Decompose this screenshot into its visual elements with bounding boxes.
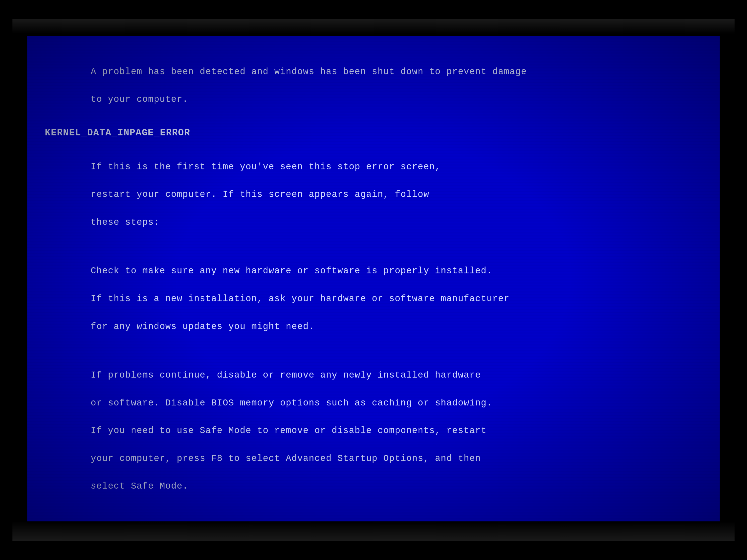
intro-line1: A problem has been detected and windows … <box>91 67 526 77</box>
bsod-content: A problem has been detected and windows … <box>45 51 702 524</box>
para3-line3: If you need to use Safe Mode to remove o… <box>91 426 487 436</box>
para3-line5: select Safe Mode. <box>91 481 188 491</box>
para3-line1: If problems continue, disable or remove … <box>91 370 481 380</box>
para2-line1: Check to make sure any new hardware or s… <box>91 266 492 276</box>
para1-line2: restart your computer. If this screen ap… <box>91 189 429 199</box>
para3-line2: or software. Disable BIOS memory options… <box>91 398 492 408</box>
top-bezel <box>12 19 735 34</box>
tech-info-label: Technical information: <box>45 514 702 524</box>
intro-text: A problem has been detected and windows … <box>45 51 702 121</box>
problems-continue-paragraph: If problems continue, disable or remove … <box>45 354 702 507</box>
para1-line1: If this is the first time you've seen th… <box>91 162 441 172</box>
para1-line3: these steps: <box>91 217 160 228</box>
para2-line2: If this is a new installation, ask your … <box>91 294 510 304</box>
intro-line2: to your computer. <box>91 94 188 105</box>
error-code: KERNEL_DATA_INPAGE_ERROR <box>45 128 702 138</box>
screen-wrapper: A problem has been detected and windows … <box>12 19 735 541</box>
first-time-paragraph: If this is the first time you've seen th… <box>45 146 702 243</box>
bsod-screen: A problem has been detected and windows … <box>27 36 720 524</box>
bottom-bezel <box>12 522 735 541</box>
para2-line3: for any windows updates you might need. <box>91 322 314 332</box>
para3-line4: your computer, press F8 to select Advanc… <box>91 453 481 464</box>
hardware-check-paragraph: Check to make sure any new hardware or s… <box>45 250 702 348</box>
